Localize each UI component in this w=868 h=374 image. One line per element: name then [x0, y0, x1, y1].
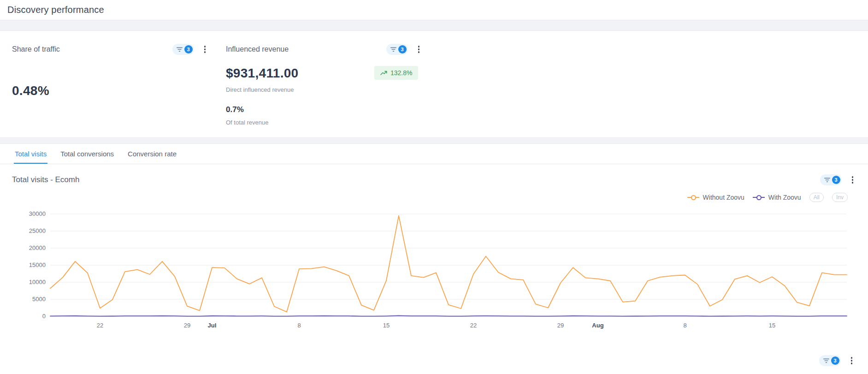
filter-icon — [823, 358, 829, 363]
revenue-filter-button[interactable]: 3 — [386, 44, 408, 55]
svg-text:29: 29 — [557, 322, 564, 329]
svg-text:15000: 15000 — [29, 261, 46, 268]
share-of-traffic-title: Share of traffic — [12, 45, 172, 53]
svg-text:25000: 25000 — [29, 227, 46, 234]
legend-label: Without Zoovu — [703, 194, 744, 201]
chart-legend: Without Zoovu With Zoovu All Inv — [0, 185, 868, 202]
svg-text:10000: 10000 — [29, 279, 46, 285]
filter-count-badge: 3 — [398, 45, 407, 53]
svg-text:8: 8 — [683, 322, 686, 329]
trending-up-icon — [380, 71, 387, 76]
share-filter-button[interactable]: 3 — [172, 44, 194, 55]
tab-total-conversions[interactable]: Total conversions — [59, 145, 115, 164]
filter-icon — [177, 47, 183, 52]
svg-text:22: 22 — [97, 322, 103, 329]
page-title: Discovery performance — [7, 5, 104, 15]
influenced-revenue-card: Influenced revenue 3 $931,411.00 Direct … — [226, 44, 856, 122]
svg-text:0: 0 — [42, 313, 46, 320]
revenue-change-value: 132.8% — [390, 69, 412, 77]
metrics-panel: Share of traffic 3 0.48% Influenced reve… — [0, 30, 868, 138]
purple-series-marker-icon — [753, 197, 765, 198]
revenue-change-badge: 132.8% — [374, 66, 418, 80]
page-header: Discovery performance — [0, 0, 868, 20]
legend-pill-all[interactable]: All — [809, 193, 824, 202]
bottom-toolbar: 3 — [0, 336, 868, 366]
bottom-menu-button[interactable] — [849, 356, 855, 365]
svg-text:8: 8 — [297, 322, 301, 329]
orange-series-marker-icon — [687, 197, 699, 198]
chart-menu-button[interactable] — [850, 175, 856, 184]
filter-icon — [390, 47, 396, 52]
filter-count-badge: 3 — [831, 356, 839, 365]
tab-total-visits[interactable]: Total visits — [14, 145, 47, 164]
filter-icon — [824, 178, 830, 183]
chart-title: Total visits - Ecomh — [12, 175, 820, 184]
share-menu-button[interactable] — [202, 45, 208, 54]
svg-text:15: 15 — [383, 322, 390, 329]
svg-text:Aug: Aug — [592, 322, 603, 329]
svg-text:22: 22 — [470, 322, 477, 329]
svg-text:20000: 20000 — [29, 244, 46, 251]
legend-item-with-zoovu[interactable]: With Zoovu — [753, 194, 801, 201]
svg-text:5000: 5000 — [32, 296, 46, 303]
filter-count-badge: 3 — [832, 176, 840, 184]
legend-item-without-zoovu[interactable]: Without Zoovu — [687, 194, 744, 201]
filter-count-badge: 3 — [184, 45, 193, 53]
influenced-revenue-label: Direct influenced revenue — [226, 86, 374, 93]
chart-tabs: Total visits Total conversions Conversio… — [0, 144, 868, 164]
influenced-revenue-value: $931,411.00 — [226, 66, 374, 81]
total-revenue-share-value: 0.7% — [226, 105, 374, 114]
share-of-traffic-value: 0.48% — [12, 83, 226, 98]
total-visits-line-chart[interactable]: 0500010000150002000025000300002229Jul815… — [11, 207, 857, 336]
total-revenue-share-label: Of total revenue — [226, 119, 374, 126]
influenced-revenue-title: Influenced revenue — [226, 45, 386, 53]
svg-text:15: 15 — [769, 322, 775, 329]
tab-conversion-rate[interactable]: Conversion rate — [127, 145, 177, 164]
legend-pill-inv[interactable]: Inv — [832, 193, 848, 202]
share-of-traffic-card: Share of traffic 3 0.48% — [12, 44, 226, 122]
chart-filter-button[interactable]: 3 — [820, 174, 842, 185]
svg-text:30000: 30000 — [29, 210, 46, 217]
svg-text:29: 29 — [184, 322, 190, 329]
revenue-menu-button[interactable] — [416, 45, 422, 54]
bottom-filter-button[interactable]: 3 — [819, 355, 841, 366]
chart-section: Total visits Total conversions Conversio… — [0, 143, 868, 374]
svg-text:Jul: Jul — [208, 322, 217, 329]
legend-label: With Zoovu — [768, 194, 801, 201]
